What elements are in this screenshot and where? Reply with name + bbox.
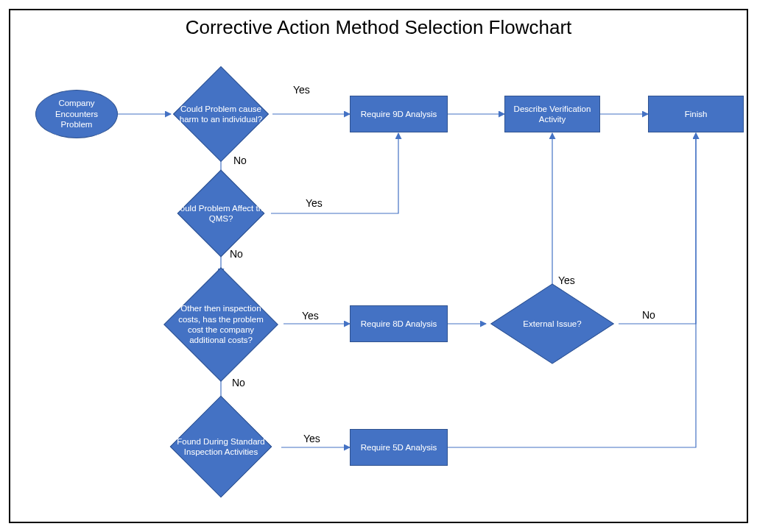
process-8d: Require 8D Analysis — [350, 305, 448, 342]
process-5d: Require 5D Analysis — [350, 429, 448, 466]
label-no-d2: No — [230, 248, 243, 260]
label-yes-d2: Yes — [306, 197, 323, 209]
process-verify: Describe Verification Activity — [504, 96, 600, 132]
decision-cost: Other then inspection costs, has the pro… — [158, 274, 284, 375]
decision-inspection: Found During Standard Inspection Activit… — [161, 407, 281, 486]
flowchart-page: Corrective Action Method Selection Flowc… — [0, 0, 757, 532]
label-yes-d3: Yes — [302, 310, 319, 322]
decision-external: External Issue? — [486, 292, 619, 355]
process-finish: Finish — [648, 96, 744, 132]
process-finish-label: Finish — [680, 109, 712, 119]
process-verify-label: Describe Verification Activity — [505, 104, 599, 125]
label-yes-d4: Yes — [303, 433, 320, 444]
label-no-d1: No — [233, 155, 247, 166]
start-node-label: Company Encounters Problem — [36, 98, 117, 130]
process-9d-label: Require 9D Analysis — [356, 109, 442, 119]
start-node: Company Encounters Problem — [35, 90, 118, 138]
decision-harm: Could Problem cause harm to an individua… — [171, 71, 271, 157]
decision-external-label: External Issue? — [486, 292, 619, 355]
process-9d: Require 9D Analysis — [350, 96, 448, 132]
chart-title: Corrective Action Method Selection Flowc… — [0, 16, 757, 39]
label-no-ext: No — [642, 309, 655, 321]
decision-cost-label: Other then inspection costs, has the pro… — [158, 274, 284, 375]
process-8d-label: Require 8D Analysis — [356, 319, 442, 329]
decision-qms-label: Could Problem Affect the QMS? — [171, 182, 271, 245]
label-no-d3: No — [232, 377, 245, 389]
decision-inspection-label: Found During Standard Inspection Activit… — [161, 407, 281, 486]
process-5d-label: Require 5D Analysis — [356, 442, 442, 453]
decision-qms: Could Problem Affect the QMS? — [171, 182, 271, 245]
label-yes-d1: Yes — [293, 84, 310, 96]
label-yes-ext: Yes — [558, 274, 575, 286]
decision-harm-label: Could Problem cause harm to an individua… — [171, 71, 271, 157]
